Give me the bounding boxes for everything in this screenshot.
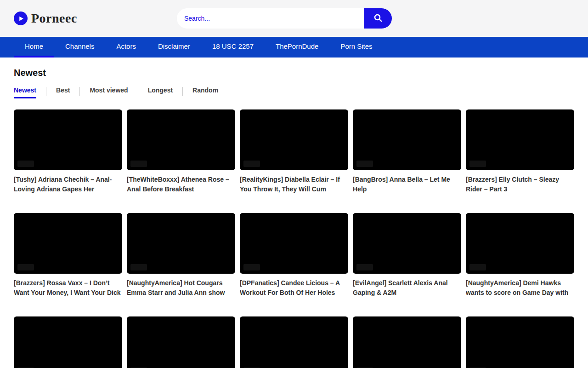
video-card[interactable]: [BangBros] Anna Bella – Let Me Help	[353, 109, 461, 194]
video-thumbnail[interactable]	[240, 109, 348, 170]
video-card[interactable]: [Brazzers] Elly Clutch – Sleazy Rider – …	[466, 109, 574, 194]
video-thumbnail[interactable]	[466, 109, 574, 170]
video-title[interactable]: [EvilAngel] Scarlett Alexis Anal Gaping …	[353, 278, 461, 298]
video-thumbnail[interactable]	[127, 109, 235, 170]
search-bar	[177, 8, 392, 29]
nav-item-porn-sites[interactable]: Porn Sites	[329, 37, 383, 58]
video-title[interactable]: [Brazzers] Rossa Vaxx – I Don’t Want You…	[14, 278, 122, 298]
duration-badge	[356, 264, 373, 270]
duration-badge	[469, 161, 486, 167]
play-icon	[14, 12, 28, 25]
video-thumbnail[interactable]	[240, 316, 348, 368]
main-content: Newest Newest Best Most viewed Longest R…	[0, 58, 588, 368]
tab-longest[interactable]: Longest	[148, 86, 173, 98]
video-grid: [Tushy] Adriana Chechik – Anal-Loving Ad…	[14, 109, 574, 368]
video-thumbnail[interactable]	[127, 213, 235, 274]
video-card[interactable]: [DPFanatics] Candee Licious – A Workout …	[240, 213, 348, 298]
search-button[interactable]	[364, 8, 392, 29]
duration-badge	[469, 264, 486, 270]
video-card[interactable]: [RealityKings] Diabella Eclair – If You …	[240, 109, 348, 194]
tab-divider	[138, 87, 138, 96]
nav-item-18-usc-2257[interactable]: 18 USC 2257	[201, 37, 265, 58]
video-card[interactable]: [TheWhiteBoxxx] Athenea Rose – Anal Befo…	[127, 109, 235, 194]
video-card[interactable]	[466, 316, 574, 368]
tab-best[interactable]: Best	[56, 86, 70, 98]
video-thumbnail[interactable]	[14, 213, 122, 274]
duration-badge	[356, 161, 373, 167]
video-thumbnail[interactable]	[14, 109, 122, 170]
duration-badge	[243, 264, 260, 270]
nav-item-channels[interactable]: Channels	[54, 37, 105, 58]
brand-name: Porneec	[31, 11, 77, 26]
video-title[interactable]: [RealityKings] Diabella Eclair – If You …	[240, 175, 348, 194]
tab-random[interactable]: Random	[192, 86, 218, 98]
video-card[interactable]	[127, 316, 235, 368]
video-thumbnail[interactable]	[240, 213, 348, 274]
video-card[interactable]: [Tushy] Adriana Chechik – Anal-Loving Ad…	[14, 109, 122, 194]
nav-item-theporndude[interactable]: ThePornDude	[265, 37, 329, 58]
video-card[interactable]: [Brazzers] Rossa Vaxx – I Don’t Want You…	[14, 213, 122, 298]
duration-badge	[17, 264, 34, 270]
tab-divider	[79, 87, 80, 96]
tab-newest[interactable]: Newest	[14, 86, 36, 98]
video-title[interactable]: [NaughtyAmerica] Demi Hawks wants to sco…	[466, 278, 574, 298]
video-title[interactable]: [NaughtyAmerica] Hot Cougars Emma Starr …	[127, 278, 235, 298]
tab-divider	[46, 87, 46, 96]
sort-tabs: Newest Best Most viewed Longest Random	[14, 86, 574, 98]
header: Porneec	[0, 0, 588, 37]
duration-badge	[130, 161, 147, 167]
duration-badge	[17, 161, 34, 167]
page-title: Newest	[14, 68, 574, 78]
nav-item-actors[interactable]: Actors	[105, 37, 147, 58]
main-navigation: Home Channels Actors Disclaimer 18 USC 2…	[0, 37, 588, 58]
tab-divider	[182, 87, 183, 96]
nav-item-home[interactable]: Home	[14, 37, 54, 58]
video-thumbnail[interactable]	[466, 316, 574, 368]
video-title[interactable]: [DPFanatics] Candee Licious – A Workout …	[240, 278, 348, 298]
video-title[interactable]: [BangBros] Anna Bella – Let Me Help	[353, 175, 461, 194]
magnifier-icon	[373, 13, 383, 24]
video-thumbnail[interactable]	[353, 316, 461, 368]
video-card[interactable]: [NaughtyAmerica] Hot Cougars Emma Starr …	[127, 213, 235, 298]
video-title[interactable]: [Brazzers] Elly Clutch – Sleazy Rider – …	[466, 175, 574, 194]
video-thumbnail[interactable]	[353, 213, 461, 274]
video-card[interactable]	[240, 316, 348, 368]
video-thumbnail[interactable]	[14, 316, 122, 368]
video-card[interactable]	[14, 316, 122, 368]
video-thumbnail[interactable]	[466, 213, 574, 274]
video-card[interactable]	[353, 316, 461, 368]
tab-most-viewed[interactable]: Most viewed	[90, 86, 128, 98]
brand-logo[interactable]: Porneec	[14, 11, 77, 26]
video-thumbnail[interactable]	[353, 109, 461, 170]
nav-item-disclaimer[interactable]: Disclaimer	[147, 37, 201, 58]
video-card[interactable]: [NaughtyAmerica] Demi Hawks wants to sco…	[466, 213, 574, 298]
duration-badge	[130, 264, 147, 270]
video-title[interactable]: [TheWhiteBoxxx] Athenea Rose – Anal Befo…	[127, 175, 235, 194]
video-thumbnail[interactable]	[127, 316, 235, 368]
duration-badge	[243, 161, 260, 167]
video-title[interactable]: [Tushy] Adriana Chechik – Anal-Loving Ad…	[14, 175, 122, 194]
video-card[interactable]: [EvilAngel] Scarlett Alexis Anal Gaping …	[353, 213, 461, 298]
search-input[interactable]	[177, 8, 364, 29]
